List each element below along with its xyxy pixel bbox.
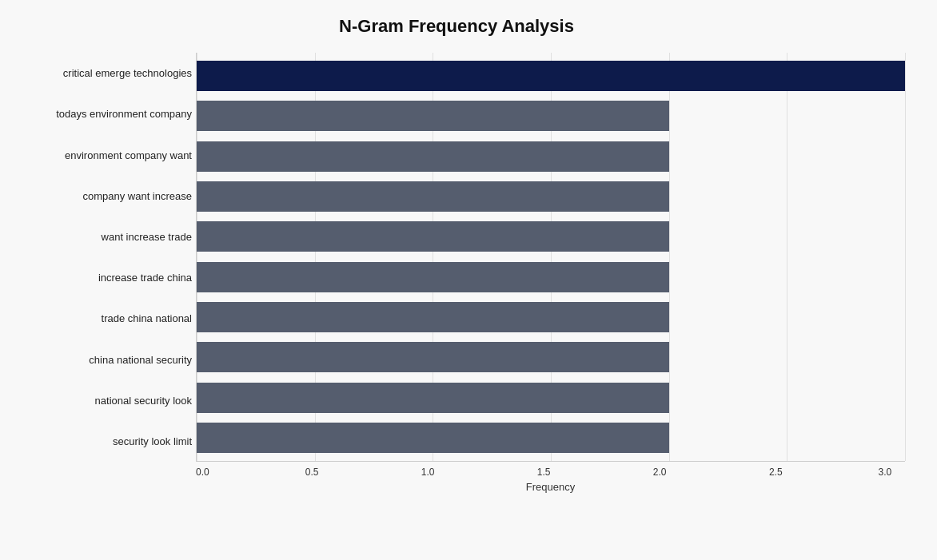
bar-row: [197, 337, 905, 377]
x-tick: 1.0: [421, 467, 435, 478]
y-label: trade china national: [8, 298, 192, 339]
x-ticks: 0.00.51.01.52.02.53.0: [196, 467, 905, 478]
chart-area: critical emerge technologiestodays envir…: [8, 53, 905, 493]
bar: [197, 181, 669, 212]
y-label: environment company want: [8, 134, 192, 175]
y-label: want increase trade: [8, 216, 192, 257]
y-label: todays environment company: [8, 93, 192, 134]
chart-container: N-Gram Frequency Analysis critical emerg…: [0, 0, 937, 560]
bar-row: [197, 56, 905, 96]
bar: [197, 61, 905, 91]
bar: [197, 342, 669, 372]
bar: [197, 101, 669, 131]
x-axis-label: Frequency: [8, 481, 905, 493]
x-tick: 2.0: [653, 467, 667, 478]
x-axis: 0.00.51.01.52.02.53.0: [8, 467, 905, 478]
bar-row: [197, 216, 905, 256]
bar: [197, 262, 669, 292]
y-label: national security look: [8, 380, 192, 421]
chart-title: N-Gram Frequency Analysis: [8, 16, 905, 37]
bar-row: [197, 137, 905, 177]
x-tick: 0.5: [305, 467, 319, 478]
bar-row: [197, 96, 905, 136]
bars-section: critical emerge technologiestodays envir…: [8, 53, 905, 462]
y-label: critical emerge technologies: [8, 53, 192, 93]
y-labels: critical emerge technologiestodays envir…: [8, 53, 196, 462]
bar-row: [197, 377, 905, 417]
x-tick: 0.0: [196, 467, 209, 478]
y-label: increase trade china: [8, 257, 192, 298]
bar: [197, 383, 669, 413]
bar: [197, 141, 669, 172]
y-label: china national security: [8, 339, 192, 379]
bar-row: [197, 177, 905, 216]
x-tick: 2.5: [769, 467, 783, 478]
x-tick: 3.0: [879, 467, 892, 478]
y-label: company want increase: [8, 176, 192, 216]
bar-row: [197, 256, 905, 296]
bar: [197, 221, 669, 252]
x-tick: 1.5: [537, 467, 551, 478]
bar-row: [197, 418, 905, 458]
y-label: security look limit: [8, 421, 192, 462]
bar: [197, 423, 669, 453]
bar: [197, 302, 669, 332]
bar-row: [197, 297, 905, 337]
bars-plot: [196, 53, 905, 462]
grid-line: [905, 53, 906, 461]
